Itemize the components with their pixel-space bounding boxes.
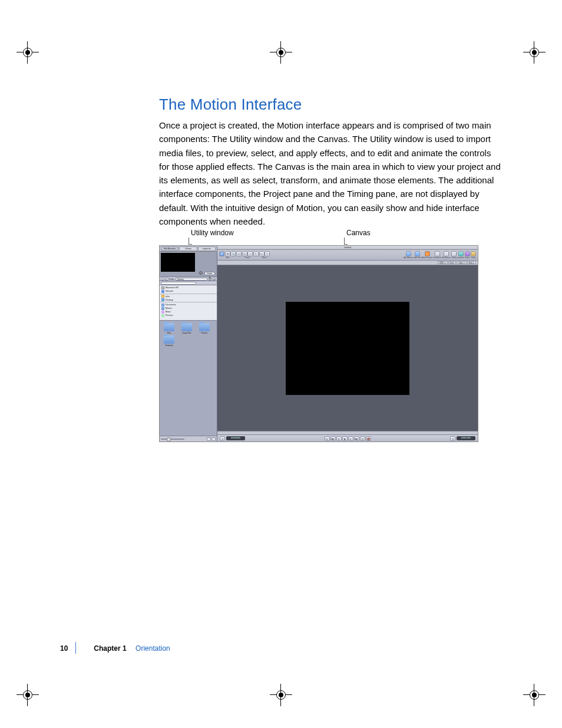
sidebar-item-label: Macintosh HD: [166, 286, 178, 289]
project-duration-toggle[interactable]: ▾: [450, 436, 455, 441]
import-button[interactable]: Import: [204, 272, 215, 275]
toolbar-button-label: Library: [452, 256, 457, 259]
select-tool-button[interactable]: ▲: [219, 251, 224, 256]
go-end-button[interactable]: ⏭: [354, 436, 359, 441]
sidebar-item[interactable]: Network: [160, 289, 217, 294]
render-mode[interactable]: Full▾: [448, 261, 457, 264]
sidebar-item[interactable]: Pictures: [160, 314, 217, 317]
toolbar-group: Add Filter: [414, 251, 421, 259]
record-button[interactable]: ●: [325, 436, 330, 441]
sidebar-item[interactable]: Desktop: [160, 298, 217, 303]
mask-rect-tool-button[interactable]: ▭: [259, 251, 265, 256]
registration-mark-icon: [270, 684, 292, 706]
body-paragraph: Once a project is created, the Motion in…: [159, 118, 501, 228]
new-folder-button[interactable]: [207, 437, 211, 441]
chapter-title: Orientation: [135, 644, 170, 653]
search-input[interactable]: [161, 282, 196, 285]
rect-tool-button[interactable]: ▭: [236, 251, 242, 256]
sidebar-item-label: Network: [166, 290, 173, 292]
zoom-tool-button[interactable]: 🔍: [230, 251, 236, 256]
sidebar-item-label: Movies: [166, 307, 172, 309]
mask-bezier-tool-button[interactable]: ✎: [265, 251, 270, 256]
home-icon: [161, 295, 164, 298]
nav-forward-button[interactable]: ▸: [165, 278, 168, 281]
make-particles-button[interactable]: [425, 251, 430, 256]
toolbar-group: File Browser: [442, 251, 451, 259]
folder-icon: [161, 304, 164, 307]
path-popup[interactable]: Desktop: [176, 278, 207, 281]
zoom-bar: 100%▾ Full▾ Color▾ View▾: [217, 261, 478, 265]
registration-mark-icon: [270, 41, 292, 64]
dashboard-button[interactable]: [435, 251, 440, 256]
timecode-current[interactable]: 00:00:00;00: [226, 436, 245, 440]
folder-item[interactable]: Templates: [162, 335, 176, 347]
toolbar-button-label: Timing: [471, 256, 475, 259]
interface-screenshot: File Browser Library Inspector ▸ Import …: [159, 245, 478, 442]
step-fwd-button[interactable]: ▸: [348, 436, 353, 441]
registration-mark-icon: [523, 41, 546, 64]
folder-icon: [199, 323, 210, 331]
circle-tool-button[interactable]: ◯: [242, 251, 247, 256]
timing-pane-toggle[interactable]: ▾: [220, 436, 225, 441]
canvas-toolbar: ▲✥🔍View▭◯／TCreate▭✎Mask Add BehaviorAdd …: [217, 250, 478, 261]
tab-inspector[interactable]: Inspector: [198, 246, 216, 251]
tab-library[interactable]: Library: [179, 246, 197, 251]
canvas-stage: [286, 302, 409, 395]
utility-footer: [160, 436, 217, 442]
folder-item[interactable]: Projects: [197, 323, 211, 334]
callout-canvas: Canvas: [346, 229, 371, 237]
color-mode[interactable]: Color▾: [457, 261, 466, 264]
go-start-button[interactable]: ⏮: [330, 436, 336, 441]
sidebar-file-list: Macintosh HDNetworkjohnDesktopDocumentsM…: [160, 285, 217, 321]
sidebar-item-label: john: [166, 295, 170, 298]
registration-mark-icon: [16, 41, 39, 64]
crop-marks-top: [0, 41, 562, 64]
music-icon: [161, 311, 164, 314]
timecode-duration[interactable]: 00:00:10;00: [457, 436, 475, 440]
registration-mark-icon: [523, 684, 546, 706]
toolbar-group: Library: [451, 251, 457, 259]
sidebar-item-label: Documents: [166, 304, 176, 306]
timing-button[interactable]: [471, 251, 476, 256]
add-filter-button[interactable]: [415, 251, 420, 256]
folder-icon: [161, 307, 164, 310]
toolbar-group: Add Behavior: [404, 251, 414, 259]
toolbar-button-label: Inspector: [457, 256, 464, 259]
view-options[interactable]: View▾: [467, 261, 476, 264]
canvas-titlebar: Untitled: [217, 246, 478, 250]
mute-button[interactable]: 🔇: [366, 436, 371, 441]
toolbar-button-label: File Browser: [442, 256, 451, 259]
utility-window: File Browser Library Inspector ▸ Import …: [160, 246, 217, 442]
play-button[interactable]: ▶: [342, 436, 348, 441]
pan-tool-button[interactable]: ✥: [225, 251, 230, 256]
step-back-button[interactable]: ◂: [336, 436, 342, 441]
zoom-percent[interactable]: 100%▾: [438, 261, 448, 264]
drive-icon: [161, 286, 164, 289]
play-preview-icon[interactable]: ▸: [199, 271, 203, 275]
file-browser-button[interactable]: [444, 251, 449, 256]
loop-button[interactable]: ↻: [360, 436, 365, 441]
inspector-button[interactable]: [458, 251, 464, 256]
library-button[interactable]: [451, 251, 457, 256]
folder-item[interactable]: Files: [162, 323, 176, 334]
preview-area: ▸ Import: [160, 252, 217, 276]
canvas-viewport[interactable]: [217, 265, 478, 431]
add-behavior-button[interactable]: [406, 251, 411, 256]
info-button[interactable]: [211, 437, 216, 441]
view-icon-button[interactable]: ⊞: [212, 278, 216, 281]
text-tool-button[interactable]: T: [253, 251, 259, 256]
folder-grid: FilesImage FilesProjectsTemplates: [160, 321, 217, 436]
thumbnail-size-slider[interactable]: [161, 439, 184, 440]
view-list-button[interactable]: ≣: [208, 278, 211, 281]
search-bar: [160, 281, 217, 285]
folder-label: Image Files: [180, 332, 194, 334]
line-tool-button[interactable]: ／: [247, 251, 253, 256]
tab-file-browser[interactable]: File Browser: [161, 246, 178, 251]
nav-back-button[interactable]: ◂: [161, 278, 164, 281]
folder-icon: [164, 335, 174, 344]
toolbar-group: Make Particles: [422, 251, 432, 259]
toolbar-group-label: Mask: [262, 256, 266, 259]
utility-tabs: File Browser Library Inspector: [160, 246, 217, 252]
project-button[interactable]: [465, 251, 470, 256]
folder-item[interactable]: Image Files: [180, 323, 194, 334]
